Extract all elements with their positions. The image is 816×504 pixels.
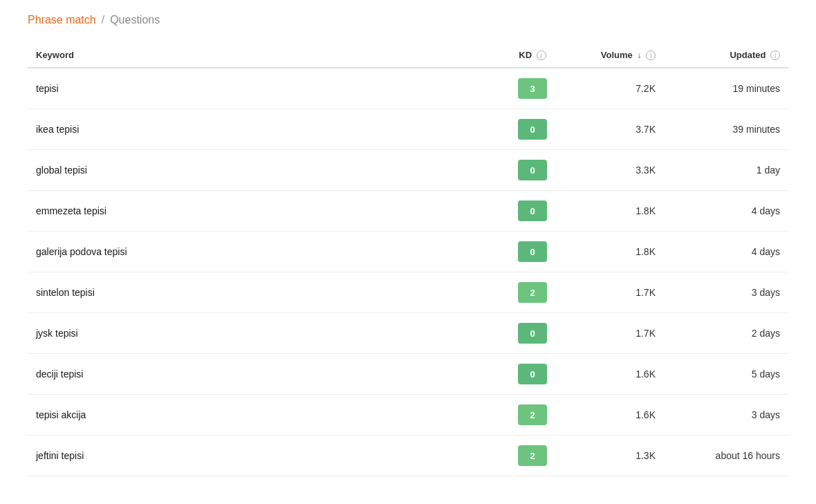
col-keyword-label: Keyword bbox=[36, 50, 74, 60]
keyword-cell: sintelon tepisi bbox=[28, 272, 491, 313]
kd-cell: 2 bbox=[491, 395, 574, 436]
keyword-cell: deciji tepisi bbox=[28, 354, 491, 395]
volume-cell: 1.8K bbox=[574, 191, 664, 232]
kd-badge: 0 bbox=[518, 119, 547, 140]
volume-cell: 3.3K bbox=[574, 150, 664, 191]
col-keyword: Keyword bbox=[28, 43, 491, 68]
breadcrumb-current: Questions bbox=[110, 14, 160, 26]
kd-cell: 3 bbox=[491, 68, 574, 109]
keyword-cell: global tepisi bbox=[28, 150, 491, 191]
updated-cell: 4 days bbox=[664, 232, 788, 272]
table-row: jeftini tepisi 2 1.3K about 16 hours bbox=[28, 436, 788, 476]
header-row: Keyword KD i Volume ↓ i Updated i bbox=[28, 43, 788, 68]
keywords-table: Keyword KD i Volume ↓ i Updated i tepis bbox=[28, 43, 788, 476]
updated-cell: about 16 hours bbox=[664, 436, 788, 476]
col-volume: Volume ↓ i bbox=[574, 43, 664, 68]
volume-cell: 1.8K bbox=[574, 232, 664, 272]
kd-cell: 0 bbox=[491, 354, 574, 395]
kd-badge: 0 bbox=[518, 323, 547, 344]
kd-cell: 0 bbox=[491, 191, 574, 232]
keyword-cell: tepisi akcija bbox=[28, 395, 491, 436]
kd-badge: 2 bbox=[518, 445, 547, 466]
table-row: emmezeta tepisi 0 1.8K 4 days bbox=[28, 191, 788, 232]
updated-cell: 1 day bbox=[664, 150, 788, 191]
col-updated-label: Updated bbox=[730, 50, 766, 60]
keyword-cell: emmezeta tepisi bbox=[28, 191, 491, 232]
updated-info-icon[interactable]: i bbox=[770, 50, 780, 60]
col-kd: KD i bbox=[491, 43, 574, 68]
updated-cell: 2 days bbox=[664, 313, 788, 354]
kd-badge: 0 bbox=[518, 160, 547, 180]
volume-cell: 1.3K bbox=[574, 436, 664, 476]
page-container: Phrase match / Questions Keyword KD i Vo… bbox=[0, 0, 816, 490]
keyword-cell: jeftini tepisi bbox=[28, 436, 491, 476]
col-updated: Updated i bbox=[664, 43, 788, 68]
kd-cell: 2 bbox=[491, 436, 574, 476]
keyword-cell: tepisi bbox=[28, 68, 491, 109]
table-row: galerija podova tepisi 0 1.8K 4 days bbox=[28, 232, 788, 272]
updated-cell: 19 minutes bbox=[664, 68, 788, 109]
volume-cell: 1.7K bbox=[574, 313, 664, 354]
kd-cell: 0 bbox=[491, 109, 574, 150]
table-row: tepisi 3 7.2K 19 minutes bbox=[28, 68, 788, 109]
kd-cell: 0 bbox=[491, 150, 574, 191]
updated-cell: 3 days bbox=[664, 395, 788, 436]
col-kd-label: KD bbox=[519, 50, 532, 60]
table-header: Keyword KD i Volume ↓ i Updated i bbox=[28, 43, 788, 68]
breadcrumb-separator: / bbox=[102, 14, 104, 26]
updated-cell: 5 days bbox=[664, 354, 788, 395]
updated-cell: 3 days bbox=[664, 272, 788, 313]
table-row: ikea tepisi 0 3.7K 39 minutes bbox=[28, 109, 788, 150]
kd-badge: 3 bbox=[518, 78, 547, 99]
keyword-cell: ikea tepisi bbox=[28, 109, 491, 150]
updated-cell: 39 minutes bbox=[664, 109, 788, 150]
kd-info-icon[interactable]: i bbox=[537, 50, 546, 60]
volume-cell: 3.7K bbox=[574, 109, 664, 150]
kd-cell: 2 bbox=[491, 272, 574, 313]
table-row: tepisi akcija 2 1.6K 3 days bbox=[28, 395, 788, 436]
volume-cell: 1.6K bbox=[574, 354, 664, 395]
kd-cell: 0 bbox=[491, 232, 574, 272]
volume-sort-icon[interactable]: ↓ bbox=[637, 50, 641, 60]
kd-badge: 0 bbox=[518, 241, 547, 262]
keyword-cell: jysk tepisi bbox=[28, 313, 491, 354]
keyword-cell: galerija podova tepisi bbox=[28, 232, 491, 272]
table-row: jysk tepisi 0 1.7K 2 days bbox=[28, 313, 788, 354]
volume-cell: 1.6K bbox=[574, 395, 664, 436]
breadcrumb-link[interactable]: Phrase match bbox=[28, 14, 96, 26]
volume-cell: 7.2K bbox=[574, 68, 664, 109]
table-row: deciji tepisi 0 1.6K 5 days bbox=[28, 354, 788, 395]
kd-badge: 2 bbox=[518, 404, 547, 425]
table-body: tepisi 3 7.2K 19 minutes ikea tepisi 0 3… bbox=[28, 68, 788, 476]
kd-badge: 2 bbox=[518, 282, 547, 303]
updated-cell: 4 days bbox=[664, 191, 788, 232]
kd-badge: 0 bbox=[518, 364, 547, 384]
volume-cell: 1.7K bbox=[574, 272, 664, 313]
col-volume-label: Volume bbox=[601, 50, 633, 60]
table-row: global tepisi 0 3.3K 1 day bbox=[28, 150, 788, 191]
kd-badge: 0 bbox=[518, 200, 547, 221]
breadcrumb: Phrase match / Questions bbox=[28, 14, 788, 26]
table-row: sintelon tepisi 2 1.7K 3 days bbox=[28, 272, 788, 313]
kd-cell: 0 bbox=[491, 313, 574, 354]
volume-info-icon[interactable]: i bbox=[646, 50, 656, 60]
